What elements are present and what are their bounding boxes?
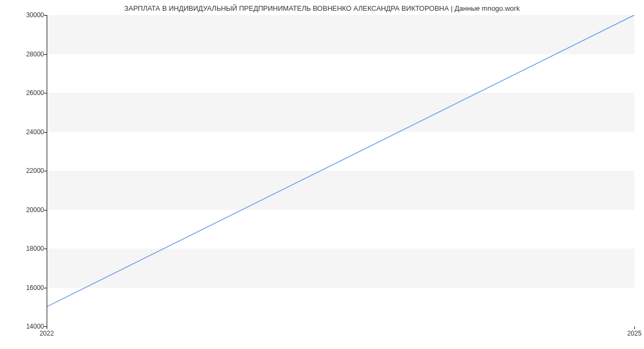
y-tick-label: 24000: [26, 128, 44, 136]
x-tick-label: 2025: [627, 330, 642, 337]
plot-area: [47, 15, 634, 326]
y-tick-label: 28000: [26, 50, 44, 58]
grid-band: [47, 210, 634, 249]
y-tick-label: 20000: [26, 206, 44, 214]
y-tick-label: 14000: [26, 323, 44, 330]
chart-title: ЗАРПЛАТА В ИНДИВИДУАЛЬНЫЙ ПРЕДПРИНИМАТЕЛ…: [0, 4, 644, 12]
x-tick-label: 2022: [40, 330, 54, 337]
y-tick-mark: [44, 210, 47, 210]
y-tick-label: 16000: [26, 284, 44, 292]
grid-band: [47, 288, 634, 327]
y-tick-mark: [44, 132, 47, 133]
y-tick-label: 26000: [26, 89, 44, 97]
y-tick-label: 30000: [26, 11, 44, 19]
x-tick-mark: [47, 326, 47, 329]
y-tick-mark: [44, 171, 47, 171]
grid-band: [47, 54, 634, 93]
y-tick-label: 18000: [26, 245, 44, 252]
x-tick-mark: [634, 326, 635, 329]
y-tick-mark: [44, 54, 47, 55]
grid-band: [47, 132, 634, 171]
y-tick-mark: [44, 15, 47, 16]
y-tick-mark: [44, 249, 47, 249]
y-tick-mark: [44, 93, 47, 93]
y-tick-label: 22000: [26, 167, 44, 174]
y-tick-mark: [44, 288, 47, 288]
